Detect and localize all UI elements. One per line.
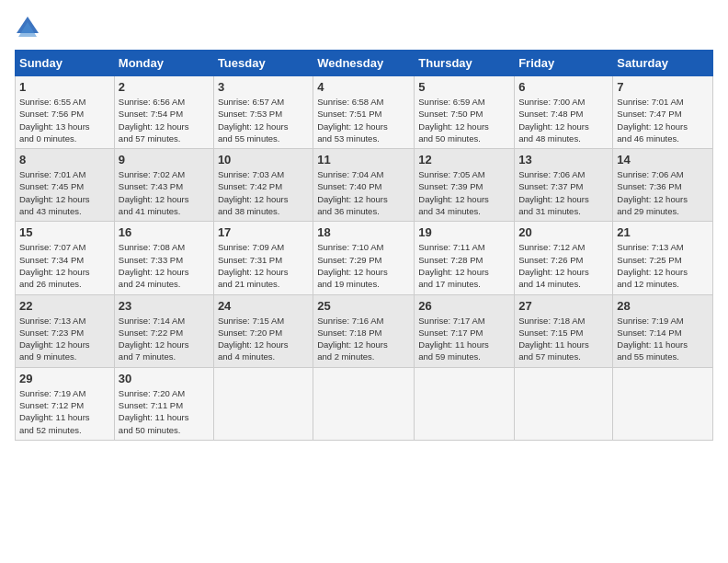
week-row: 8Sunrise: 7:01 AM Sunset: 7:45 PM Daylig… — [16, 149, 713, 222]
day-number: 19 — [418, 225, 510, 239]
day-cell: 5Sunrise: 6:59 AM Sunset: 7:50 PM Daylig… — [415, 76, 515, 149]
day-info: Sunrise: 7:04 AM Sunset: 7:40 PM Dayligh… — [317, 168, 410, 217]
day-number: 5 — [418, 80, 510, 94]
day-cell: 19Sunrise: 7:11 AM Sunset: 7:28 PM Dayli… — [415, 222, 515, 294]
day-info: Sunrise: 7:01 AM Sunset: 7:45 PM Dayligh… — [19, 168, 110, 217]
day-info: Sunrise: 7:20 AM Sunset: 7:11 PM Dayligh… — [119, 387, 210, 436]
day-info: Sunrise: 7:01 AM Sunset: 7:47 PM Dayligh… — [617, 96, 709, 144]
day-number: 16 — [119, 225, 210, 239]
day-number: 1 — [19, 80, 110, 94]
day-info: Sunrise: 7:19 AM Sunset: 7:14 PM Dayligh… — [617, 315, 709, 363]
day-cell — [213, 367, 313, 440]
day-cell: 25Sunrise: 7:16 AM Sunset: 7:18 PM Dayli… — [313, 294, 415, 367]
day-number: 9 — [119, 153, 210, 167]
day-info: Sunrise: 7:02 AM Sunset: 7:43 PM Dayligh… — [119, 168, 210, 217]
day-cell: 27Sunrise: 7:18 AM Sunset: 7:15 PM Dayli… — [515, 294, 613, 367]
day-number: 23 — [119, 299, 210, 313]
day-cell: 16Sunrise: 7:08 AM Sunset: 7:33 PM Dayli… — [114, 222, 213, 294]
day-cell: 1Sunrise: 6:55 AM Sunset: 7:56 PM Daylig… — [16, 76, 115, 149]
day-cell: 17Sunrise: 7:09 AM Sunset: 7:31 PM Dayli… — [213, 222, 313, 294]
day-cell — [613, 367, 713, 440]
day-number: 2 — [119, 80, 210, 94]
week-row: 15Sunrise: 7:07 AM Sunset: 7:34 PM Dayli… — [16, 222, 713, 294]
day-number: 7 — [617, 80, 709, 94]
day-info: Sunrise: 7:00 AM Sunset: 7:48 PM Dayligh… — [518, 96, 609, 144]
day-cell: 12Sunrise: 7:05 AM Sunset: 7:39 PM Dayli… — [415, 149, 515, 222]
day-info: Sunrise: 7:07 AM Sunset: 7:34 PM Dayligh… — [19, 241, 110, 290]
day-info: Sunrise: 7:06 AM Sunset: 7:37 PM Dayligh… — [518, 168, 609, 217]
day-info: Sunrise: 7:19 AM Sunset: 7:12 PM Dayligh… — [19, 387, 110, 436]
week-row: 29Sunrise: 7:19 AM Sunset: 7:12 PM Dayli… — [16, 367, 713, 440]
header-row: SundayMondayTuesdayWednesdayThursdayFrid… — [16, 51, 713, 76]
day-cell: 29Sunrise: 7:19 AM Sunset: 7:12 PM Dayli… — [16, 367, 115, 440]
day-number: 12 — [418, 153, 510, 167]
header-day: Saturday — [613, 51, 713, 76]
day-cell: 6Sunrise: 7:00 AM Sunset: 7:48 PM Daylig… — [515, 76, 613, 149]
day-number: 26 — [418, 299, 510, 313]
day-cell: 30Sunrise: 7:20 AM Sunset: 7:11 PM Dayli… — [114, 367, 213, 440]
day-cell: 24Sunrise: 7:15 AM Sunset: 7:20 PM Dayli… — [213, 294, 313, 367]
day-info: Sunrise: 7:10 AM Sunset: 7:29 PM Dayligh… — [317, 241, 410, 290]
day-number: 21 — [617, 225, 709, 239]
day-cell: 7Sunrise: 7:01 AM Sunset: 7:47 PM Daylig… — [613, 76, 713, 149]
day-info: Sunrise: 7:16 AM Sunset: 7:18 PM Dayligh… — [317, 315, 410, 363]
day-cell: 26Sunrise: 7:17 AM Sunset: 7:17 PM Dayli… — [415, 294, 515, 367]
day-cell: 22Sunrise: 7:13 AM Sunset: 7:23 PM Dayli… — [16, 294, 115, 367]
day-info: Sunrise: 7:12 AM Sunset: 7:26 PM Dayligh… — [518, 241, 609, 290]
day-info: Sunrise: 7:11 AM Sunset: 7:28 PM Dayligh… — [418, 241, 510, 290]
day-cell: 10Sunrise: 7:03 AM Sunset: 7:42 PM Dayli… — [213, 149, 313, 222]
day-cell: 18Sunrise: 7:10 AM Sunset: 7:29 PM Dayli… — [313, 222, 415, 294]
day-info: Sunrise: 7:09 AM Sunset: 7:31 PM Dayligh… — [218, 241, 309, 290]
day-info: Sunrise: 6:56 AM Sunset: 7:54 PM Dayligh… — [119, 96, 210, 144]
day-number: 3 — [218, 80, 309, 94]
day-number: 25 — [317, 299, 410, 313]
week-row: 22Sunrise: 7:13 AM Sunset: 7:23 PM Dayli… — [16, 294, 713, 367]
header-day: Tuesday — [213, 51, 313, 76]
day-number: 20 — [518, 225, 609, 239]
header — [15, 15, 713, 40]
day-cell: 13Sunrise: 7:06 AM Sunset: 7:37 PM Dayli… — [515, 149, 613, 222]
day-info: Sunrise: 6:58 AM Sunset: 7:51 PM Dayligh… — [317, 96, 410, 144]
day-number: 27 — [518, 299, 609, 313]
day-cell: 9Sunrise: 7:02 AM Sunset: 7:43 PM Daylig… — [114, 149, 213, 222]
day-number: 8 — [19, 153, 110, 167]
week-row: 1Sunrise: 6:55 AM Sunset: 7:56 PM Daylig… — [16, 76, 713, 149]
day-cell: 2Sunrise: 6:56 AM Sunset: 7:54 PM Daylig… — [114, 76, 213, 149]
day-info: Sunrise: 6:55 AM Sunset: 7:56 PM Dayligh… — [19, 96, 110, 144]
day-cell: 15Sunrise: 7:07 AM Sunset: 7:34 PM Dayli… — [16, 222, 115, 294]
logo — [15, 15, 44, 40]
day-cell: 3Sunrise: 6:57 AM Sunset: 7:53 PM Daylig… — [213, 76, 313, 149]
header-day: Monday — [114, 51, 213, 76]
day-info: Sunrise: 7:13 AM Sunset: 7:23 PM Dayligh… — [19, 315, 110, 363]
day-cell: 21Sunrise: 7:13 AM Sunset: 7:25 PM Dayli… — [613, 222, 713, 294]
logo-icon — [15, 15, 40, 40]
day-info: Sunrise: 7:18 AM Sunset: 7:15 PM Dayligh… — [518, 315, 609, 363]
day-info: Sunrise: 7:17 AM Sunset: 7:17 PM Dayligh… — [418, 315, 510, 363]
day-number: 11 — [317, 153, 410, 167]
day-number: 10 — [218, 153, 309, 167]
day-number: 14 — [617, 153, 709, 167]
day-number: 6 — [518, 80, 609, 94]
day-number: 4 — [317, 80, 410, 94]
day-number: 18 — [317, 225, 410, 239]
day-info: Sunrise: 7:05 AM Sunset: 7:39 PM Dayligh… — [418, 168, 510, 217]
day-number: 30 — [119, 372, 210, 385]
day-cell: 4Sunrise: 6:58 AM Sunset: 7:51 PM Daylig… — [313, 76, 415, 149]
day-number: 17 — [218, 225, 309, 239]
header-day: Sunday — [16, 51, 115, 76]
day-info: Sunrise: 6:59 AM Sunset: 7:50 PM Dayligh… — [418, 96, 510, 144]
day-cell — [415, 367, 515, 440]
day-info: Sunrise: 7:08 AM Sunset: 7:33 PM Dayligh… — [119, 241, 210, 290]
day-cell: 28Sunrise: 7:19 AM Sunset: 7:14 PM Dayli… — [613, 294, 713, 367]
day-number: 15 — [19, 225, 110, 239]
day-number: 24 — [218, 299, 309, 313]
day-info: Sunrise: 6:57 AM Sunset: 7:53 PM Dayligh… — [218, 96, 309, 144]
day-cell — [313, 367, 415, 440]
day-cell: 11Sunrise: 7:04 AM Sunset: 7:40 PM Dayli… — [313, 149, 415, 222]
day-cell — [515, 367, 613, 440]
day-cell: 8Sunrise: 7:01 AM Sunset: 7:45 PM Daylig… — [16, 149, 115, 222]
header-day: Friday — [515, 51, 613, 76]
header-day: Thursday — [415, 51, 515, 76]
header-day: Wednesday — [313, 51, 415, 76]
day-info: Sunrise: 7:14 AM Sunset: 7:22 PM Dayligh… — [119, 315, 210, 363]
